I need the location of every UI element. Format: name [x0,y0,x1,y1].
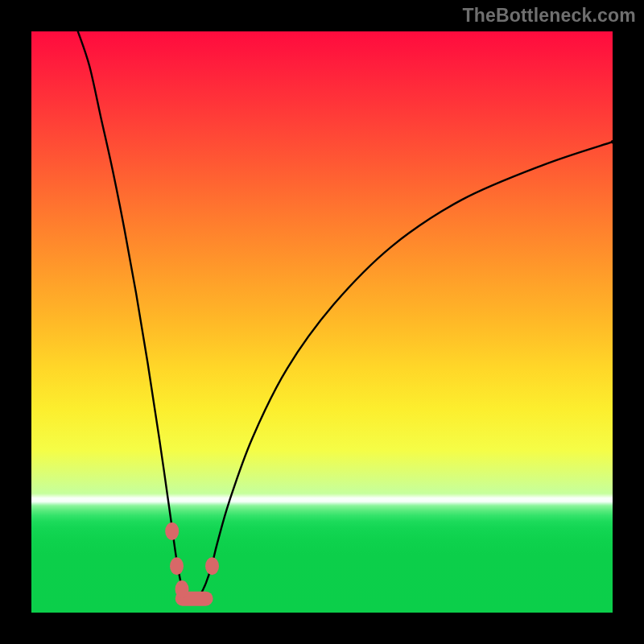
bottleneck-curve [78,31,613,602]
left-marker-2 [170,557,184,575]
plot-area [31,31,613,613]
right-marker-1 [205,557,219,575]
chart-svg [31,31,613,613]
attribution-label: TheBottleneck.com [462,5,636,27]
left-marker-1 [165,522,179,540]
chart-frame: TheBottleneck.com [0,0,644,644]
left-marker-3 [175,580,189,598]
curve-group [78,31,613,602]
marker-group [165,140,613,599]
